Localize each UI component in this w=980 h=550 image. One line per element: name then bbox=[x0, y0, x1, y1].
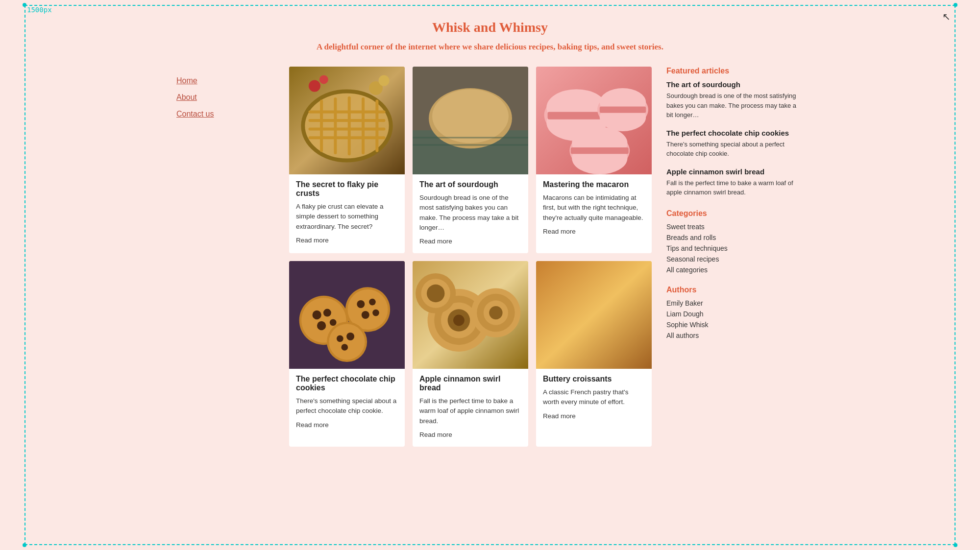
read-more-sourdough[interactable]: Read more bbox=[419, 238, 452, 245]
svg-point-39 bbox=[313, 311, 321, 319]
site-tagline: A delightful corner of the internet wher… bbox=[176, 42, 804, 52]
article-body-cinnabon: Apple cinnamon swirl bread Fall is the p… bbox=[413, 369, 528, 439]
category-seasonal[interactable]: Seasonal recipes bbox=[666, 255, 804, 263]
featured-article-title-1: The perfect chocolate chip cookies bbox=[666, 129, 804, 137]
article-image-macaron bbox=[536, 67, 652, 174]
article-body-croissant: Buttery croissants A classic French past… bbox=[536, 369, 652, 420]
article-card-cookie: The perfect chocolate chip cookies There… bbox=[289, 261, 405, 447]
svg-point-46 bbox=[369, 299, 376, 306]
featured-articles-section: Featured articles The art of sourdough S… bbox=[666, 67, 804, 197]
author-all[interactable]: All authors bbox=[666, 332, 804, 339]
featured-articles-title: Featured articles bbox=[666, 67, 804, 75]
article-excerpt-macaron: Macarons can be intimidating at first, b… bbox=[543, 193, 645, 223]
featured-article-title-2: Apple cinnamon swirl bread bbox=[666, 167, 804, 176]
featured-article-excerpt-2: Fall is the perfect time to bake a warm … bbox=[666, 178, 804, 197]
ruler-dot-tr bbox=[954, 3, 957, 7]
article-excerpt-croissant: A classic French pastry that's worth eve… bbox=[543, 387, 645, 407]
categories-section: Categories Sweet treats Breads and rolls… bbox=[666, 209, 804, 274]
read-more-macaron[interactable]: Read more bbox=[543, 228, 576, 235]
article-image-sourdough bbox=[413, 67, 528, 174]
svg-point-63 bbox=[489, 306, 502, 319]
category-tips-techniques[interactable]: Tips and techniques bbox=[666, 244, 804, 252]
svg-point-40 bbox=[323, 309, 331, 317]
right-sidebar: Featured articles The art of sourdough S… bbox=[666, 67, 804, 351]
nav-contact[interactable]: Contact us bbox=[176, 110, 274, 119]
nav-about[interactable]: About bbox=[176, 93, 274, 102]
svg-point-15 bbox=[379, 75, 390, 86]
site-header: Whisk and Whimsy A delightful corner of … bbox=[176, 10, 804, 67]
article-card-cinnabon: Apple cinnamon swirl bread Fall is the p… bbox=[413, 261, 528, 447]
ruler-dot-bl bbox=[23, 543, 26, 547]
article-image-cinnabon bbox=[413, 261, 528, 369]
article-card-macaron: Mastering the macaron Macarons can be in… bbox=[536, 67, 652, 253]
article-card-sourdough: The art of sourdough Sourdough bread is … bbox=[413, 67, 528, 253]
svg-point-53 bbox=[341, 344, 348, 351]
page-wrapper: Whisk and Whimsy A delightful corner of … bbox=[147, 0, 833, 466]
article-image-cookie bbox=[289, 261, 405, 369]
site-title: Whisk and Whimsy bbox=[176, 20, 804, 35]
ruler-dot-br bbox=[954, 543, 957, 547]
svg-point-48 bbox=[372, 310, 379, 316]
svg-point-59 bbox=[453, 315, 465, 326]
category-breads-rolls[interactable]: Breads and rolls bbox=[666, 234, 804, 241]
article-body-sourdough: The art of sourdough Sourdough bread is … bbox=[413, 174, 528, 245]
featured-article-0: The art of sourdough Sourdough bread is … bbox=[666, 80, 804, 120]
featured-article-excerpt-0: Sourdough bread is one of the most satis… bbox=[666, 91, 804, 120]
categories-title: Categories bbox=[666, 209, 804, 218]
article-image-croissant bbox=[536, 261, 652, 369]
svg-point-19 bbox=[432, 89, 509, 143]
featured-article-title-0: The art of sourdough bbox=[666, 80, 804, 89]
svg-point-41 bbox=[317, 321, 326, 330]
category-sweet-treats[interactable]: Sweet treats bbox=[666, 223, 804, 231]
article-title-macaron: Mastering the macaron bbox=[543, 180, 645, 189]
featured-article-1: The perfect chocolate chip cookies There… bbox=[666, 129, 804, 159]
svg-point-52 bbox=[346, 333, 354, 340]
author-sophie[interactable]: Sophie Whisk bbox=[666, 321, 804, 329]
svg-point-45 bbox=[357, 300, 365, 308]
ruler-right bbox=[955, 5, 956, 545]
read-more-cinnabon[interactable]: Read more bbox=[419, 431, 452, 438]
nav-home[interactable]: Home bbox=[176, 76, 274, 85]
svg-rect-67 bbox=[536, 261, 652, 369]
article-excerpt-cookie: There's something special about a perfec… bbox=[296, 396, 398, 416]
svg-point-51 bbox=[337, 335, 343, 342]
category-all[interactable]: All categories bbox=[666, 266, 804, 274]
article-card-pie-crust: The secret to flaky pie crusts A flaky p… bbox=[289, 67, 405, 253]
svg-rect-26 bbox=[548, 112, 606, 119]
ruler-bottom bbox=[24, 544, 956, 545]
article-card-croissant: Buttery croissants A classic French past… bbox=[536, 261, 652, 447]
sidebar-nav: Home About Contact us bbox=[176, 67, 274, 136]
svg-point-47 bbox=[362, 311, 369, 319]
article-image-pie-crust bbox=[289, 67, 405, 174]
author-emily[interactable]: Emily Baker bbox=[666, 299, 804, 307]
ruler-label: 1500px bbox=[27, 6, 52, 14]
article-excerpt-sourdough: Sourdough bread is one of the most satis… bbox=[419, 193, 521, 233]
ruler-left bbox=[24, 5, 25, 545]
svg-rect-34 bbox=[571, 147, 629, 154]
article-title-cinnabon: Apple cinnamon swirl bread bbox=[419, 375, 521, 392]
read-more-cookie[interactable]: Read more bbox=[296, 421, 329, 429]
svg-point-42 bbox=[330, 319, 337, 326]
svg-point-13 bbox=[319, 75, 328, 84]
svg-rect-30 bbox=[600, 106, 646, 113]
svg-point-33 bbox=[572, 142, 627, 174]
svg-point-12 bbox=[309, 80, 320, 92]
cursor-icon: ↖ bbox=[942, 11, 951, 23]
article-body-macaron: Mastering the macaron Macarons can be in… bbox=[536, 174, 652, 236]
read-more-croissant[interactable]: Read more bbox=[543, 412, 576, 420]
authors-section: Authors Emily Baker Liam Dough Sophie Wh… bbox=[666, 286, 804, 339]
featured-article-excerpt-1: There's something special about a perfec… bbox=[666, 140, 804, 159]
article-title-croissant: Buttery croissants bbox=[543, 375, 645, 383]
ruler-dot-tl bbox=[23, 3, 26, 7]
main-layout: Home About Contact us bbox=[176, 67, 804, 447]
articles-grid: The secret to flaky pie crusts A flaky p… bbox=[289, 67, 652, 447]
author-liam[interactable]: Liam Dough bbox=[666, 310, 804, 318]
article-body-cookie: The perfect chocolate chip cookies There… bbox=[289, 369, 405, 429]
article-title-sourdough: The art of sourdough bbox=[419, 180, 521, 189]
article-body-pie-crust: The secret to flaky pie crusts A flaky p… bbox=[289, 174, 405, 244]
featured-article-2: Apple cinnamon swirl bread Fall is the p… bbox=[666, 167, 804, 197]
article-title-cookie: The perfect chocolate chip cookies bbox=[296, 375, 398, 392]
article-excerpt-pie-crust: A flaky pie crust can elevate a simple d… bbox=[296, 202, 398, 232]
read-more-pie-crust[interactable]: Read more bbox=[296, 237, 329, 244]
svg-point-50 bbox=[329, 324, 365, 359]
